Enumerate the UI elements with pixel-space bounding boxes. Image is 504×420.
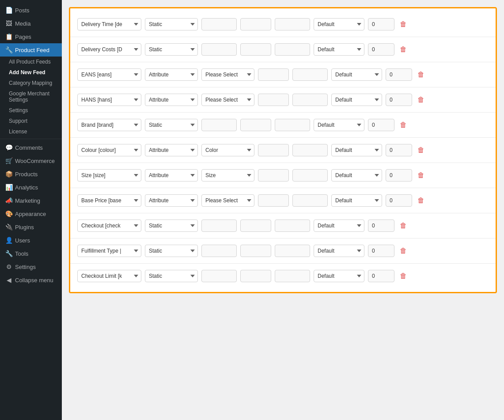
- default-select-colour[interactable]: Default: [331, 144, 382, 156]
- sidebar-item-media[interactable]: 🖼 Media: [0, 17, 62, 30]
- sidebar-item-woocommerce[interactable]: 🛒 WooCommerce: [0, 154, 62, 167]
- sidebar-item-product-feed[interactable]: 🔧 Product Feed: [0, 43, 62, 57]
- delete-button-checkout-limit[interactable]: 🗑: [398, 270, 409, 282]
- field-name-select-size[interactable]: Size [size]: [77, 169, 141, 182]
- extra-input-base-price[interactable]: [292, 194, 328, 207]
- value-input-checkout-limit[interactable]: [201, 270, 237, 282]
- delete-button-brand[interactable]: 🗑: [398, 119, 409, 131]
- default-select-checkout[interactable]: Default: [314, 219, 364, 232]
- type-select-brand[interactable]: Static Attribute: [145, 119, 198, 131]
- value-input-delivery-costs[interactable]: [201, 43, 237, 56]
- value-select-base-price[interactable]: Please Select Color Size: [201, 194, 254, 207]
- extra-input-checkout[interactable]: [275, 219, 310, 232]
- field-name-select-eans[interactable]: EANS [eans]: [77, 68, 141, 81]
- value2-input-eans[interactable]: [258, 68, 289, 81]
- sidebar-item-plugins[interactable]: 🔌 Plugins: [0, 220, 62, 234]
- number-input-colour[interactable]: [386, 144, 412, 156]
- value2-input-delivery-costs[interactable]: [240, 43, 271, 56]
- value-input-fulfillment[interactable]: [201, 245, 237, 257]
- field-name-select-delivery-costs[interactable]: Delivery Costs [D: [77, 43, 141, 56]
- default-select-eans[interactable]: Default: [331, 68, 382, 81]
- extra-input-size[interactable]: [292, 169, 328, 182]
- extra-input-delivery-costs[interactable]: [275, 43, 310, 56]
- extra-input-hans[interactable]: [292, 94, 328, 106]
- number-input-checkout[interactable]: [368, 219, 394, 232]
- value2-input-brand[interactable]: [240, 119, 271, 131]
- number-input-base-price[interactable]: [386, 194, 412, 207]
- sidebar-item-posts[interactable]: 📄 Posts: [0, 4, 62, 17]
- sidebar-item-comments[interactable]: 💬 Comments: [0, 141, 62, 154]
- delete-button-checkout[interactable]: 🗑: [398, 220, 409, 231]
- sidebar-item-tools[interactable]: 🔧 Tools: [0, 247, 62, 260]
- default-select-brand[interactable]: Default: [314, 119, 364, 131]
- delete-button-delivery-time[interactable]: 🗑: [398, 19, 409, 30]
- sidebar-item-collapse[interactable]: ◀ Collapse menu: [0, 273, 62, 287]
- field-name-select-checkout[interactable]: Checkout [check: [77, 219, 141, 232]
- field-name-select-colour[interactable]: Colour [colour]: [77, 144, 141, 156]
- sidebar-item-support[interactable]: Support: [5, 116, 62, 126]
- type-select-delivery-costs[interactable]: Static Attribute: [145, 43, 198, 56]
- default-select-delivery-time[interactable]: Default: [314, 18, 364, 30]
- number-input-checkout-limit[interactable]: [368, 270, 394, 282]
- default-select-size[interactable]: Default: [331, 169, 382, 182]
- delete-button-fulfillment[interactable]: 🗑: [398, 245, 409, 257]
- extra-input-fulfillment[interactable]: [275, 245, 310, 257]
- delete-button-hans[interactable]: 🗑: [416, 94, 426, 106]
- type-select-base-price[interactable]: Attribute Static: [145, 194, 198, 207]
- delete-button-size[interactable]: 🗑: [416, 170, 426, 181]
- sidebar-item-all-product-feeds[interactable]: All Product Feeds: [5, 57, 62, 67]
- extra-input-delivery-time[interactable]: [275, 18, 310, 30]
- delete-button-eans[interactable]: 🗑: [416, 69, 426, 80]
- default-select-hans[interactable]: Default: [331, 94, 382, 106]
- number-input-delivery-costs[interactable]: [368, 43, 394, 56]
- value-select-size[interactable]: Size Please Select Color: [201, 169, 254, 182]
- field-name-select-delivery-time[interactable]: Delivery Time [de: [77, 18, 141, 30]
- type-select-size[interactable]: Attribute Static: [145, 169, 198, 182]
- number-input-delivery-time[interactable]: [368, 18, 394, 30]
- sidebar-item-category-mapping[interactable]: Category Mapping: [5, 78, 62, 88]
- number-input-size[interactable]: [386, 169, 412, 182]
- sidebar-item-pages[interactable]: 📋 Pages: [0, 30, 62, 43]
- field-name-select-brand[interactable]: Brand [brand]: [77, 119, 141, 131]
- sidebar-item-products[interactable]: 📦 Products: [0, 167, 62, 181]
- extra-input-eans[interactable]: [292, 68, 328, 81]
- type-select-colour[interactable]: Attribute Static: [145, 144, 198, 156]
- value-input-checkout[interactable]: [201, 219, 237, 232]
- number-input-hans[interactable]: [386, 94, 412, 106]
- type-select-hans[interactable]: Attribute Static: [145, 94, 198, 106]
- value-input-brand[interactable]: [201, 119, 237, 131]
- type-select-eans[interactable]: Attribute Static: [145, 68, 198, 81]
- value2-input-delivery-time[interactable]: [240, 18, 271, 30]
- extra-input-colour[interactable]: [292, 144, 328, 156]
- extra-input-brand[interactable]: [275, 119, 310, 131]
- type-select-delivery-time[interactable]: Static Attribute: [145, 18, 198, 30]
- value2-input-colour[interactable]: [258, 144, 289, 156]
- sidebar-item-license[interactable]: License: [5, 126, 62, 137]
- sidebar-item-add-new-feed[interactable]: Add New Feed: [5, 67, 62, 78]
- value-select-hans[interactable]: Please Select Color Size: [201, 94, 254, 106]
- default-select-checkout-limit[interactable]: Default: [314, 270, 364, 282]
- value-select-colour[interactable]: Color Please Select Size: [201, 144, 254, 156]
- default-select-fulfillment[interactable]: Default: [314, 245, 364, 257]
- sidebar-item-users[interactable]: 👤 Users: [0, 234, 62, 247]
- delete-button-base-price[interactable]: 🗑: [416, 195, 426, 206]
- type-select-checkout[interactable]: Static Attribute: [145, 219, 198, 232]
- field-name-select-fulfillment[interactable]: Fulfillment Type |: [77, 245, 141, 257]
- value-input-delivery-time[interactable]: [201, 18, 237, 30]
- number-input-fulfillment[interactable]: [368, 245, 394, 257]
- delete-button-delivery-costs[interactable]: 🗑: [398, 44, 409, 55]
- value2-input-checkout-limit[interactable]: [240, 270, 271, 282]
- number-input-brand[interactable]: [368, 119, 394, 131]
- value2-input-checkout[interactable]: [240, 219, 271, 232]
- sidebar-item-marketing[interactable]: 📣 Marketing: [0, 194, 62, 207]
- extra-input-checkout-limit[interactable]: [275, 270, 310, 282]
- sidebar-item-analytics[interactable]: 📊 Analytics: [0, 181, 62, 194]
- type-select-checkout-limit[interactable]: Static Attribute: [145, 270, 198, 282]
- value2-input-fulfillment[interactable]: [240, 245, 271, 257]
- value-select-eans[interactable]: Please Select Color Size: [201, 68, 254, 81]
- default-select-base-price[interactable]: Default: [331, 194, 382, 207]
- value2-input-hans[interactable]: [258, 94, 289, 106]
- delete-button-colour[interactable]: 🗑: [416, 144, 426, 156]
- type-select-fulfillment[interactable]: Static Attribute: [145, 245, 198, 257]
- default-select-delivery-costs[interactable]: Default: [314, 43, 364, 56]
